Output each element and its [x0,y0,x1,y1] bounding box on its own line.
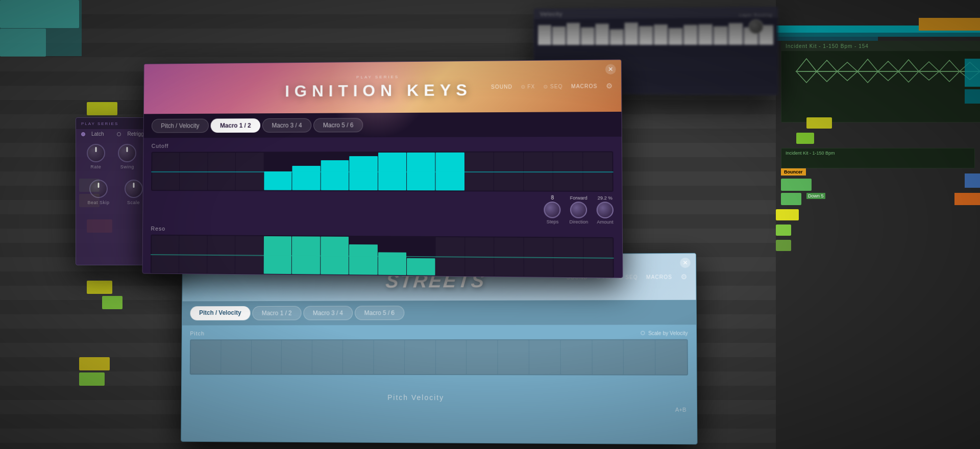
retrigger-radio[interactable] [117,132,121,136]
cutoff-cell-active[interactable] [321,160,349,190]
direction1-knob[interactable] [570,202,587,218]
orange-clip-r[interactable] [954,193,980,205]
pitch-cell[interactable] [374,340,404,374]
yellow-left2[interactable] [87,281,112,294]
streets-close[interactable]: ✕ [680,258,691,268]
blue-clip-r[interactable] [965,173,980,188]
cyan-clip-r[interactable] [965,59,980,87]
nav-seq[interactable]: ⊙ SEQ [544,83,563,89]
ignition-nav: SOUND ⊙ FX ⊙ SEQ MACROS ⚙ [491,82,613,91]
pitch-cell[interactable] [191,340,221,373]
scale-knob[interactable] [125,180,143,198]
pitch-cell[interactable] [624,340,655,375]
streets-seq-area: Pitch Scale by Velocity [182,325,697,381]
pitch-cell[interactable] [343,340,373,374]
latch-radio[interactable] [81,132,85,136]
yellow-left4[interactable] [79,357,110,370]
streets-tabs: Pitch / Velocity Macro 1 / 2 Macro 3 / 4… [182,300,696,326]
reso-cell-active[interactable] [349,244,377,275]
daw-right-panel: Incident Kit - 1-150 Bpm - 154 Incident … [776,0,980,449]
tab-macro12-streets[interactable]: Macro 1 / 2 [252,306,301,320]
amount1-label: Amount [597,219,613,224]
layer-routing-group: Layer Routing [739,12,772,34]
cutoff-cell-active[interactable] [264,171,292,190]
reso-section: Reso [151,226,614,278]
cyan-clip-r2[interactable] [965,89,980,104]
steps1-val: 8 [551,195,554,201]
waveform-display: Incident Kit - 1-150 Bpm - 154 [781,41,980,122]
cyan-strip2 [776,33,980,37]
amount1-knob[interactable] [597,202,614,218]
pitch-cell[interactable] [529,340,560,374]
pitch-cell[interactable] [282,340,312,374]
streets-nav-macros[interactable]: MACROS [646,274,672,280]
lime-left3[interactable] [79,372,105,386]
ignition-header: PLAY SERIES IGNITION KEYS SOUND ⊙ FX ⊙ S… [144,60,622,114]
tab-pitch-vel-streets[interactable]: Pitch / Velocity [190,306,251,320]
tab-pitch-velocity[interactable]: Pitch / Velocity [152,119,209,133]
rate-group: Rate [87,144,105,169]
pitch-cell[interactable] [655,340,687,375]
bouncer-badge: Bouncer [781,168,806,176]
reso-cell-active[interactable] [407,258,435,276]
lime-clip2[interactable] [776,224,791,236]
streets-settings-icon[interactable]: ⚙ [680,272,687,281]
amount1-pct: 29.2 % [598,195,612,200]
layer-routing-knob[interactable] [748,19,763,34]
tab-macro56-streets[interactable]: Macro 5 / 6 [355,306,404,320]
steps1-knob[interactable] [544,202,561,218]
steps1-group: 8 Steps [544,195,561,224]
swing-knob[interactable] [118,144,136,162]
pitch-cell[interactable] [405,340,435,374]
settings-icon[interactable]: ⚙ [606,82,613,90]
yellow-left[interactable] [87,102,117,115]
pitch-cell[interactable] [221,340,251,373]
scale-radio[interactable] [641,331,645,335]
pitch-cell[interactable] [467,340,497,374]
daw-clip[interactable] [0,29,46,57]
pitch-cell[interactable] [312,340,342,374]
cutoff-label: Cutoff [152,142,614,149]
lime-clip[interactable] [796,133,814,144]
orange-clip[interactable] [919,18,980,31]
seq-sections: Cutoff [142,137,623,278]
pitch-grid [190,339,688,376]
nav-fx[interactable]: ⊙ FX [521,84,535,89]
cutoff-cell-active[interactable] [349,156,377,190]
pitch-cell[interactable] [435,340,466,374]
nav-sound[interactable]: SOUND [491,84,512,89]
plugin-ignition: PLAY SERIES IGNITION KEYS SOUND ⊙ FX ⊙ S… [142,59,623,278]
pitch-label: Pitch [190,330,205,336]
pitch-cell[interactable] [592,340,623,375]
rate-knob[interactable] [87,144,105,162]
ab-label: A+B [675,407,687,413]
ignition-close[interactable]: ✕ [605,64,616,74]
swing-label: Swing [120,164,134,169]
svg-marker-1 [796,71,980,83]
lime-left[interactable] [102,296,122,309]
scale-vel-label: Scale by Velocity [648,330,688,336]
pitch-cell[interactable] [251,340,281,373]
beat-skip-knob[interactable] [89,180,108,198]
plugin-streets: 40'S VERY OWN STREETS SOUND ⊙ FX ⊙ SEQ M… [181,253,697,444]
green-clip2[interactable] [781,193,801,205]
daw-clip[interactable] [0,0,79,28]
beat-skip-label: Beat Skip [87,200,109,205]
waveform-title: Incident Kit - 1-150 Bpm - 154 [781,41,980,51]
cutoff-controls: 8 Steps Forward Direction 29.2 % Amount [151,191,614,228]
pitch-cell[interactable] [498,340,528,374]
yellow-clip[interactable] [806,117,832,129]
tab-macro34-streets[interactable]: Macro 3 / 4 [303,306,353,320]
scale-by-vel: Scale by Velocity [641,330,688,336]
tab-macro12[interactable]: Macro 1 / 2 [211,118,260,133]
lime-clip3[interactable] [776,240,791,251]
ignition-tabs: Pitch / Velocity Macro 1 / 2 Macro 3 / 4… [143,112,621,138]
pitch-cell[interactable] [560,340,592,375]
green-clip1[interactable] [781,179,812,191]
nav-macros[interactable]: MACROS [571,83,598,89]
yellow-clip2[interactable] [776,209,799,220]
swing-group: Swing [118,144,136,169]
cutoff-cell-active[interactable] [292,166,321,190]
tab-macro34[interactable]: Macro 3 / 4 [262,118,311,133]
tab-macro56[interactable]: Macro 5 / 6 [313,118,363,132]
